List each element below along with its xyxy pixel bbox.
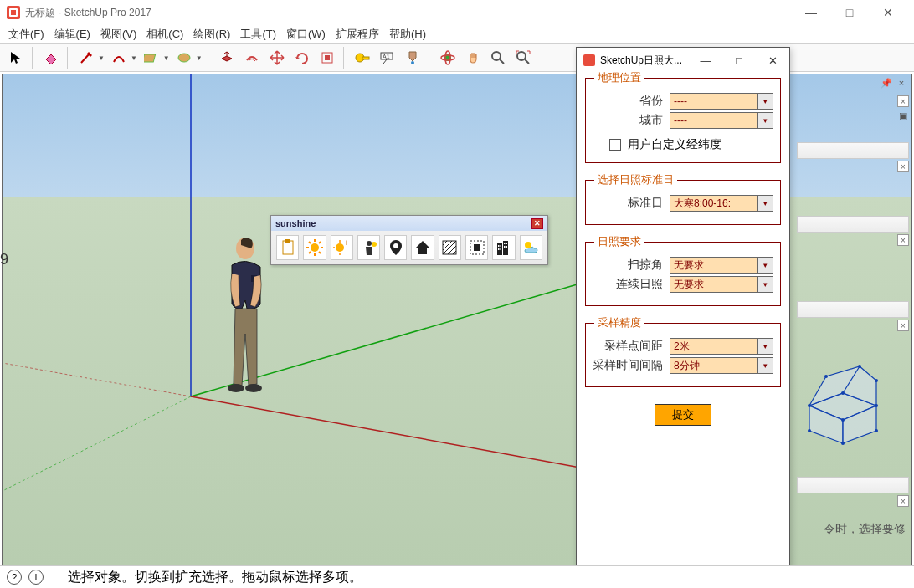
svg-point-63 <box>875 404 878 407</box>
svg-rect-0 <box>144 54 156 62</box>
tray-pin-controls: 📌 × <box>881 77 907 89</box>
sweep-angle-select[interactable]: 无要求▾ <box>670 257 773 274</box>
sunshine-clipboard-icon[interactable] <box>276 235 299 260</box>
menu-view[interactable]: 视图(V) <box>95 25 141 43</box>
tape-tool-icon[interactable] <box>352 47 373 69</box>
tray-panel-close-4[interactable]: × <box>897 320 909 331</box>
sunlight-dialog[interactable]: SketchUp日照大... — □ ✕ 地理位置 省份 ----▾ 城市 --… <box>576 47 790 569</box>
sunshine-hatch-icon[interactable] <box>439 235 461 260</box>
dialog-minimize-button[interactable]: — <box>696 54 716 67</box>
chevron-down-icon[interactable]: ▾ <box>757 258 773 273</box>
chevron-down-icon[interactable]: ▾ <box>757 196 773 211</box>
instructor-cube-icon <box>797 360 889 452</box>
line-tool-icon[interactable] <box>75 47 97 69</box>
svg-line-17 <box>3 396 191 491</box>
dialog-close-button[interactable]: ✕ <box>763 54 783 67</box>
arc-tool-icon[interactable] <box>108 47 130 69</box>
minimize-button[interactable]: — <box>792 0 830 25</box>
tray-panel-close-3[interactable]: × <box>897 234 909 246</box>
offset-tool-icon[interactable] <box>241 47 263 69</box>
eraser-tool-icon[interactable] <box>40 47 62 69</box>
svg-point-61 <box>808 404 811 407</box>
svg-rect-50 <box>497 243 502 255</box>
chevron-down-icon[interactable]: ▾ <box>757 277 773 292</box>
sunshine-toolbar[interactable]: sunshine ✕ + <box>270 215 548 265</box>
tray-panel-stub-4[interactable] <box>797 477 909 493</box>
close-button[interactable]: ✕ <box>869 0 907 25</box>
continuous-select[interactable]: 无要求▾ <box>670 276 773 293</box>
sunshine-location-icon[interactable] <box>384 235 407 260</box>
svg-point-69 <box>858 365 861 368</box>
chevron-down-icon[interactable]: ▾ <box>757 358 773 373</box>
tray-panel-close-1[interactable]: × <box>897 95 909 107</box>
scale-tool-icon[interactable] <box>316 47 338 69</box>
maximize-button[interactable]: □ <box>830 0 869 25</box>
sunshine-toolbar-title[interactable]: sunshine ✕ <box>271 216 547 231</box>
svg-point-13 <box>517 52 526 60</box>
menu-tools[interactable]: 工具(T) <box>235 25 281 43</box>
menu-file[interactable]: 文件(F) <box>3 25 49 43</box>
city-select[interactable]: ----▾ <box>670 112 773 129</box>
tray-close-icon[interactable]: × <box>896 77 907 89</box>
pushpull-tool-icon[interactable] <box>216 47 238 69</box>
standard-day-select[interactable]: 大寒8:00-16:▾ <box>670 195 773 212</box>
tray-panel-close-2[interactable]: × <box>897 161 909 172</box>
paint-tool-icon[interactable] <box>402 47 424 69</box>
svg-rect-59 <box>506 246 508 248</box>
province-select[interactable]: ----▾ <box>670 93 773 110</box>
sunshine-home-icon[interactable] <box>411 235 434 260</box>
sunshine-sun-icon[interactable] <box>303 235 326 260</box>
sunshine-selection-icon[interactable] <box>465 235 488 260</box>
info-icon[interactable]: i <box>28 570 44 585</box>
menu-camera[interactable]: 相机(C) <box>141 25 188 43</box>
rotate-tool-icon[interactable] <box>291 47 313 69</box>
svg-rect-23 <box>283 241 293 254</box>
sunshine-weather-icon[interactable] <box>520 235 542 260</box>
tray-panel-stub-1[interactable] <box>797 142 909 159</box>
tray-panel-stub-2[interactable] <box>797 216 909 233</box>
dialog-maximize-button[interactable]: □ <box>729 54 749 67</box>
chevron-down-icon[interactable]: ▾ <box>757 339 773 354</box>
chevron-down-icon[interactable]: ▾ <box>757 94 773 109</box>
menu-draw[interactable]: 绘图(R) <box>188 25 235 43</box>
svg-rect-56 <box>504 243 506 244</box>
svg-point-34 <box>336 243 344 252</box>
menu-window[interactable]: 窗口(W) <box>281 25 331 43</box>
status-text: 选择对象。切换到扩充选择。拖动鼠标选择多项。 <box>68 569 362 586</box>
sunshine-buildings-icon[interactable] <box>492 235 515 260</box>
pan-tool-icon[interactable] <box>462 47 484 69</box>
submit-button[interactable]: 提交 <box>655 404 711 426</box>
pin-icon[interactable]: 📌 <box>881 77 892 89</box>
svg-point-22 <box>245 384 262 392</box>
text-tool-icon[interactable]: A1 <box>377 47 398 69</box>
sunshine-sun-plus-icon[interactable]: + <box>331 235 353 260</box>
sample-time-select[interactable]: 8分钟▾ <box>670 357 773 374</box>
sunshine-close-icon[interactable]: ✕ <box>531 218 543 229</box>
move-tool-icon[interactable] <box>266 47 288 69</box>
orbit-tool-icon[interactable] <box>437 47 459 69</box>
rect-tool-icon[interactable] <box>141 47 162 69</box>
continuous-label: 连续日照 <box>593 277 670 292</box>
window-title: 无标题 - SketchUp Pro 2017 <box>25 6 151 20</box>
menu-edit[interactable]: 编辑(E) <box>49 25 95 43</box>
tray-panel-close-5[interactable]: × <box>897 495 909 507</box>
zoom-tool-icon[interactable] <box>487 47 509 69</box>
tray-expand-icon[interactable]: ▣ <box>897 110 909 122</box>
menu-extensions[interactable]: 扩展程序 <box>331 25 384 43</box>
city-label: 城市 <box>593 113 670 128</box>
tray-panel-stub-3[interactable] <box>797 301 909 318</box>
sunshine-person-icon[interactable] <box>357 235 380 260</box>
zoom-extents-tool-icon[interactable] <box>512 47 534 69</box>
svg-line-33 <box>309 252 311 253</box>
help-icon[interactable]: ? <box>7 570 22 585</box>
dialog-titlebar[interactable]: SketchUp日照大... — □ ✕ <box>577 48 789 73</box>
menu-help[interactable]: 帮助(H) <box>384 25 431 43</box>
chevron-down-icon[interactable]: ▾ <box>757 113 773 128</box>
svg-point-62 <box>841 391 845 395</box>
circle-tool-icon[interactable] <box>173 47 195 69</box>
svg-rect-24 <box>285 239 290 243</box>
select-tool-icon[interactable] <box>5 47 27 69</box>
custom-latlng-checkbox[interactable] <box>609 139 621 151</box>
legend-standard-day: 选择日照标准日 <box>594 172 677 187</box>
sample-dist-select[interactable]: 2米▾ <box>670 338 773 355</box>
